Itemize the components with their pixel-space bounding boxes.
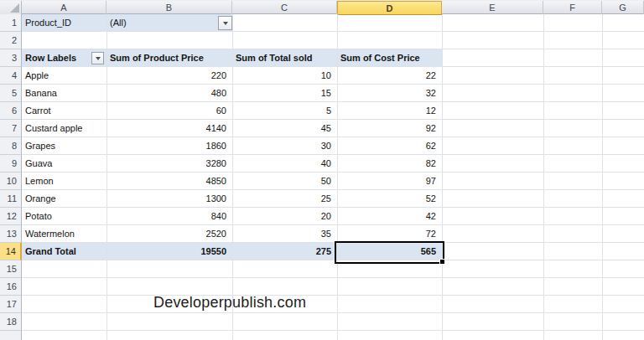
cell-A13[interactable]: Watermelon [25,225,105,243]
cell-A6[interactable]: Carrot [25,102,105,120]
column-header-G[interactable]: G [602,1,644,14]
column-header-F[interactable]: F [543,1,602,14]
cell-A9[interactable]: Guava [25,155,105,173]
column-header-C[interactable]: C [232,1,337,14]
cell-B8[interactable]: 1860 [106,137,226,155]
watermark-text: Developerpublish.com [153,294,306,312]
select-all-triangle-icon [10,3,19,13]
row-header-15[interactable]: 15 [0,260,22,278]
row-header-13[interactable]: 13 [0,225,22,243]
gridline-FG [602,14,603,340]
column-header-strip: A B C D E F G [0,0,644,14]
cell-C6[interactable]: 5 [232,102,331,120]
row-header-1[interactable]: 1 [0,14,22,32]
cell-B12[interactable]: 840 [106,208,226,225]
cell-B9[interactable]: 3280 [106,155,226,173]
row-header-12[interactable]: 12 [0,208,22,225]
cell-A1-filter-label[interactable]: Product_ID [25,14,105,32]
page-filter-dropdown-button[interactable] [218,16,232,30]
column-header-E[interactable]: E [442,1,543,14]
pivot-header-product-price[interactable]: Sum of Product Price [110,49,204,67]
cell-D7[interactable]: 92 [337,120,436,137]
cell-A4[interactable]: Apple [25,67,105,85]
cell-D11[interactable]: 52 [337,190,436,208]
cell-A12[interactable]: Potato [25,208,105,225]
cell-B5[interactable]: 480 [106,85,226,102]
cell-D4[interactable]: 22 [337,67,436,85]
cell-B1-filter-value[interactable]: (All) [110,14,210,32]
cell-A10[interactable]: Lemon [25,173,105,190]
row-header-2[interactable]: 2 [0,32,22,49]
pivot-header-total-sold[interactable]: Sum of Total sold [236,49,312,67]
row-header-19-partial[interactable] [0,331,22,340]
cell-D13[interactable]: 72 [337,225,436,243]
cell-A11[interactable]: Orange [25,190,105,208]
row-header-11[interactable]: 11 [0,190,22,208]
cell-C4[interactable]: 10 [232,67,331,85]
cell-C5[interactable]: 15 [232,85,331,102]
column-header-B[interactable]: B [106,1,232,14]
cell-B14-grand-total[interactable]: 19550 [106,243,226,260]
pivot-header-row-labels[interactable]: Row Labels [25,49,76,67]
column-header-D-selected[interactable]: D [337,1,442,15]
cell-A5[interactable]: Banana [25,85,105,102]
cell-B10[interactable]: 4850 [106,173,226,190]
cell-B11[interactable]: 1300 [106,190,226,208]
cell-C10[interactable]: 50 [232,173,331,190]
cell-C13[interactable]: 35 [232,225,331,243]
cell-D9[interactable]: 82 [337,155,436,173]
row-header-10[interactable]: 10 [0,173,22,190]
row-header-18[interactable]: 18 [0,313,22,331]
row-header-4[interactable]: 4 [0,67,22,85]
cell-C7[interactable]: 45 [232,120,331,137]
cell-A7[interactable]: Custard apple [25,120,105,137]
cell-A8[interactable]: Grapes [25,137,105,155]
cell-D12[interactable]: 42 [337,208,436,225]
cell-B7[interactable]: 4140 [106,120,226,137]
row-header-5[interactable]: 5 [0,85,22,102]
cell-D6[interactable]: 12 [337,102,436,120]
cell-C12[interactable]: 20 [232,208,331,225]
cell-B13[interactable]: 2520 [106,225,226,243]
cell-C14-grand-total[interactable]: 275 [232,243,331,260]
row-header-9[interactable]: 9 [0,155,22,173]
cell-D14-grand-total-selected[interactable]: 565 [337,243,436,260]
pivot-header-cost-price[interactable]: Sum of Cost Price [340,49,420,67]
cell-B6[interactable]: 60 [106,102,226,120]
filter-arrow-icon [96,57,101,60]
column-header-A[interactable]: A [22,1,106,14]
cell-A14-grand-total-label[interactable]: Grand Total [25,243,105,260]
row-header-16[interactable]: 16 [0,278,22,296]
cell-C11[interactable]: 25 [232,190,331,208]
cell-B4[interactable]: 220 [106,67,226,85]
row-labels-filter-button[interactable] [91,52,104,64]
select-all-corner[interactable] [0,1,22,14]
row-header-6[interactable]: 6 [0,102,22,120]
cell-C9[interactable]: 40 [232,155,331,173]
row-header-3[interactable]: 3 [0,49,22,67]
dropdown-arrow-icon [223,22,228,25]
row-header-8[interactable]: 8 [0,137,22,155]
row-header-7[interactable]: 7 [0,120,22,137]
gridline-DE [442,14,443,340]
row-header-17[interactable]: 17 [0,296,22,313]
row-header-14-selected[interactable]: 14 [0,243,22,260]
cell-D10[interactable]: 97 [337,173,436,190]
cell-D8[interactable]: 62 [337,137,436,155]
cell-C8[interactable]: 30 [232,137,331,155]
cell-D5[interactable]: 32 [337,85,436,102]
excel-worksheet: A B C D E F G 1 2 3 4 5 6 7 8 9 10 11 12… [0,0,644,340]
gridline-EF [543,14,544,340]
